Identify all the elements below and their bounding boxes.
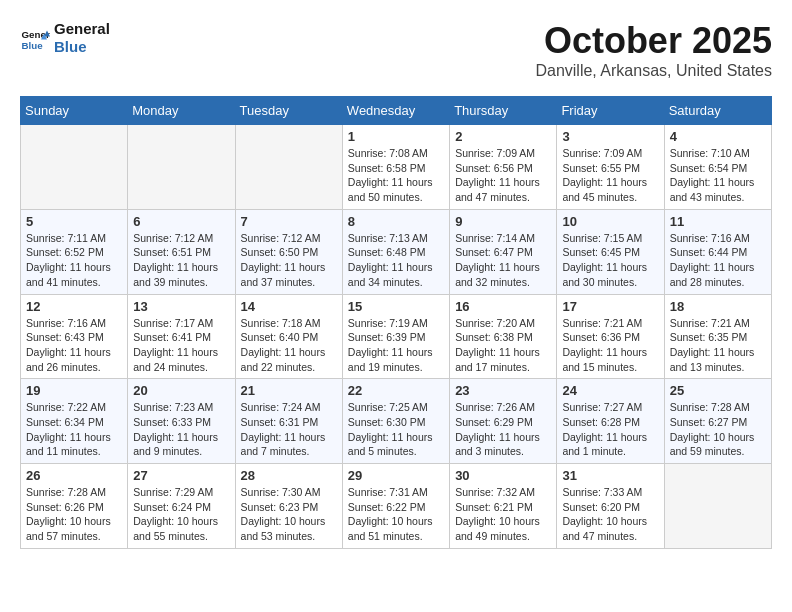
location-subtitle: Danville, Arkansas, United States [535,62,772,80]
day-number: 15 [348,299,444,314]
day-number: 13 [133,299,229,314]
day-number: 11 [670,214,766,229]
day-info: Sunrise: 7:21 AMSunset: 6:36 PMDaylight:… [562,316,658,375]
day-info: Sunrise: 7:21 AMSunset: 6:35 PMDaylight:… [670,316,766,375]
day-info: Sunrise: 7:28 AMSunset: 6:26 PMDaylight:… [26,485,122,544]
calendar-week-row: 5Sunrise: 7:11 AMSunset: 6:52 PMDaylight… [21,209,772,294]
day-number: 10 [562,214,658,229]
day-info: Sunrise: 7:19 AMSunset: 6:39 PMDaylight:… [348,316,444,375]
day-info: Sunrise: 7:20 AMSunset: 6:38 PMDaylight:… [455,316,551,375]
calendar-cell: 24Sunrise: 7:27 AMSunset: 6:28 PMDayligh… [557,379,664,464]
day-info: Sunrise: 7:14 AMSunset: 6:47 PMDaylight:… [455,231,551,290]
day-info: Sunrise: 7:13 AMSunset: 6:48 PMDaylight:… [348,231,444,290]
calendar-cell: 6Sunrise: 7:12 AMSunset: 6:51 PMDaylight… [128,209,235,294]
title-area: October 2025 Danville, Arkansas, United … [535,20,772,80]
day-info: Sunrise: 7:32 AMSunset: 6:21 PMDaylight:… [455,485,551,544]
day-info: Sunrise: 7:31 AMSunset: 6:22 PMDaylight:… [348,485,444,544]
calendar-cell: 27Sunrise: 7:29 AMSunset: 6:24 PMDayligh… [128,464,235,549]
day-info: Sunrise: 7:12 AMSunset: 6:50 PMDaylight:… [241,231,337,290]
calendar-cell: 5Sunrise: 7:11 AMSunset: 6:52 PMDaylight… [21,209,128,294]
weekday-header-saturday: Saturday [664,97,771,125]
calendar-cell: 30Sunrise: 7:32 AMSunset: 6:21 PMDayligh… [450,464,557,549]
calendar-cell: 13Sunrise: 7:17 AMSunset: 6:41 PMDayligh… [128,294,235,379]
logo-icon: General Blue [20,23,50,53]
day-number: 8 [348,214,444,229]
weekday-header-tuesday: Tuesday [235,97,342,125]
day-info: Sunrise: 7:33 AMSunset: 6:20 PMDaylight:… [562,485,658,544]
day-number: 12 [26,299,122,314]
day-info: Sunrise: 7:28 AMSunset: 6:27 PMDaylight:… [670,400,766,459]
day-number: 3 [562,129,658,144]
logo: General Blue General Blue [20,20,110,56]
calendar-cell: 2Sunrise: 7:09 AMSunset: 6:56 PMDaylight… [450,125,557,210]
svg-text:Blue: Blue [22,40,44,51]
day-info: Sunrise: 7:15 AMSunset: 6:45 PMDaylight:… [562,231,658,290]
calendar-cell: 29Sunrise: 7:31 AMSunset: 6:22 PMDayligh… [342,464,449,549]
day-number: 17 [562,299,658,314]
calendar-week-row: 12Sunrise: 7:16 AMSunset: 6:43 PMDayligh… [21,294,772,379]
day-number: 5 [26,214,122,229]
day-info: Sunrise: 7:16 AMSunset: 6:44 PMDaylight:… [670,231,766,290]
day-number: 27 [133,468,229,483]
page-header: General Blue General Blue October 2025 D… [20,20,772,80]
day-info: Sunrise: 7:17 AMSunset: 6:41 PMDaylight:… [133,316,229,375]
calendar-cell: 11Sunrise: 7:16 AMSunset: 6:44 PMDayligh… [664,209,771,294]
day-number: 6 [133,214,229,229]
day-info: Sunrise: 7:11 AMSunset: 6:52 PMDaylight:… [26,231,122,290]
day-info: Sunrise: 7:16 AMSunset: 6:43 PMDaylight:… [26,316,122,375]
day-info: Sunrise: 7:30 AMSunset: 6:23 PMDaylight:… [241,485,337,544]
day-info: Sunrise: 7:18 AMSunset: 6:40 PMDaylight:… [241,316,337,375]
day-info: Sunrise: 7:23 AMSunset: 6:33 PMDaylight:… [133,400,229,459]
day-info: Sunrise: 7:09 AMSunset: 6:55 PMDaylight:… [562,146,658,205]
calendar-cell: 19Sunrise: 7:22 AMSunset: 6:34 PMDayligh… [21,379,128,464]
month-title: October 2025 [535,20,772,62]
calendar-cell: 9Sunrise: 7:14 AMSunset: 6:47 PMDaylight… [450,209,557,294]
calendar-cell: 15Sunrise: 7:19 AMSunset: 6:39 PMDayligh… [342,294,449,379]
weekday-header-row: SundayMondayTuesdayWednesdayThursdayFrid… [21,97,772,125]
weekday-header-sunday: Sunday [21,97,128,125]
day-number: 25 [670,383,766,398]
calendar-cell [128,125,235,210]
calendar-cell: 25Sunrise: 7:28 AMSunset: 6:27 PMDayligh… [664,379,771,464]
calendar-table: SundayMondayTuesdayWednesdayThursdayFrid… [20,96,772,549]
calendar-cell [235,125,342,210]
calendar-cell: 18Sunrise: 7:21 AMSunset: 6:35 PMDayligh… [664,294,771,379]
day-number: 18 [670,299,766,314]
calendar-cell: 7Sunrise: 7:12 AMSunset: 6:50 PMDaylight… [235,209,342,294]
day-number: 16 [455,299,551,314]
day-number: 28 [241,468,337,483]
day-info: Sunrise: 7:25 AMSunset: 6:30 PMDaylight:… [348,400,444,459]
calendar-cell: 23Sunrise: 7:26 AMSunset: 6:29 PMDayligh… [450,379,557,464]
day-number: 31 [562,468,658,483]
day-number: 23 [455,383,551,398]
day-number: 22 [348,383,444,398]
calendar-cell: 26Sunrise: 7:28 AMSunset: 6:26 PMDayligh… [21,464,128,549]
weekday-header-wednesday: Wednesday [342,97,449,125]
calendar-week-row: 19Sunrise: 7:22 AMSunset: 6:34 PMDayligh… [21,379,772,464]
day-number: 24 [562,383,658,398]
day-info: Sunrise: 7:22 AMSunset: 6:34 PMDaylight:… [26,400,122,459]
day-info: Sunrise: 7:24 AMSunset: 6:31 PMDaylight:… [241,400,337,459]
day-number: 2 [455,129,551,144]
calendar-cell [21,125,128,210]
weekday-header-thursday: Thursday [450,97,557,125]
day-number: 14 [241,299,337,314]
day-number: 30 [455,468,551,483]
logo-text-general: General [54,20,110,37]
weekday-header-friday: Friday [557,97,664,125]
calendar-week-row: 26Sunrise: 7:28 AMSunset: 6:26 PMDayligh… [21,464,772,549]
day-info: Sunrise: 7:09 AMSunset: 6:56 PMDaylight:… [455,146,551,205]
calendar-cell: 22Sunrise: 7:25 AMSunset: 6:30 PMDayligh… [342,379,449,464]
calendar-cell: 16Sunrise: 7:20 AMSunset: 6:38 PMDayligh… [450,294,557,379]
calendar-cell: 14Sunrise: 7:18 AMSunset: 6:40 PMDayligh… [235,294,342,379]
day-number: 26 [26,468,122,483]
day-number: 7 [241,214,337,229]
calendar-cell [664,464,771,549]
day-info: Sunrise: 7:10 AMSunset: 6:54 PMDaylight:… [670,146,766,205]
day-info: Sunrise: 7:08 AMSunset: 6:58 PMDaylight:… [348,146,444,205]
calendar-cell: 4Sunrise: 7:10 AMSunset: 6:54 PMDaylight… [664,125,771,210]
calendar-cell: 20Sunrise: 7:23 AMSunset: 6:33 PMDayligh… [128,379,235,464]
day-number: 4 [670,129,766,144]
calendar-cell: 3Sunrise: 7:09 AMSunset: 6:55 PMDaylight… [557,125,664,210]
calendar-cell: 17Sunrise: 7:21 AMSunset: 6:36 PMDayligh… [557,294,664,379]
